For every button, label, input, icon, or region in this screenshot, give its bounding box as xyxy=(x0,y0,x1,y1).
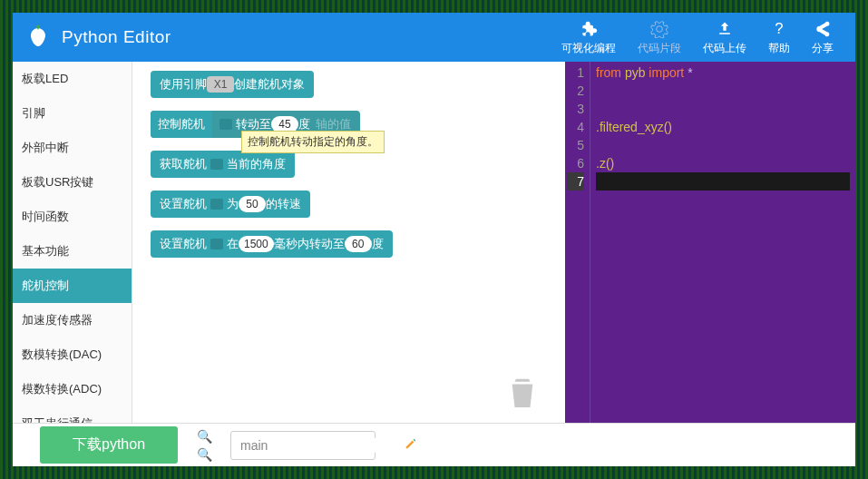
svg-text:?: ? xyxy=(775,20,783,37)
line-gutter: 1 2 3 4 5 6 7 xyxy=(565,62,590,423)
sidebar-item-pin[interactable]: 引脚 xyxy=(13,96,132,131)
nav-help[interactable]: ? 帮助 xyxy=(757,15,801,60)
servo-slot[interactable] xyxy=(210,239,223,249)
zoom-out-icon[interactable]: 🔍 xyxy=(196,446,212,463)
nav-share[interactable]: 分享 xyxy=(801,15,844,60)
ms-input[interactable]: 1500 xyxy=(239,236,274,252)
download-button[interactable]: 下载python xyxy=(40,426,178,464)
sidebar-item-led[interactable]: 板载LED xyxy=(13,62,132,96)
nav-upload[interactable]: 代码上传 xyxy=(692,15,757,60)
block-workspace[interactable]: 使用引脚 X1 创建舵机对象 控制舵机 转动至 45 度 轴的值 控制舵机转动指… xyxy=(132,62,565,423)
footer-bar: 下载python 🔍 🔍 xyxy=(13,423,855,466)
app-header: Python Editor 可视化编程 代码片段 代码上传 ? 帮助 分享 xyxy=(13,13,855,62)
nav-visual-programming[interactable]: 可视化编程 xyxy=(551,15,627,60)
app-title: Python Editor xyxy=(62,27,171,47)
servo-slot[interactable] xyxy=(219,119,232,130)
block-tooltip: 控制舵机转动指定的角度。 xyxy=(241,131,385,153)
pencil-icon[interactable] xyxy=(405,437,417,454)
category-sidebar: 板载LED 引脚 外部中断 板载USR按键 时间函数 基本功能 舵机控制 加速度… xyxy=(13,62,132,423)
filename-field[interactable] xyxy=(230,431,375,460)
block-set-servo-speed[interactable]: 设置舵机 为 50 的转速 xyxy=(151,191,310,218)
block-set-servo-timed[interactable]: 设置舵机 在 1500 毫秒内转动至 60 度 xyxy=(151,230,393,258)
sidebar-item-time[interactable]: 时间函数 xyxy=(13,200,132,234)
turnip-logo-icon xyxy=(24,24,53,50)
sidebar-item-accel[interactable]: 加速度传感器 xyxy=(13,303,132,337)
block-get-servo-angle[interactable]: 获取舵机 当前的角度 xyxy=(151,151,295,178)
target-angle-input[interactable]: 60 xyxy=(345,236,372,252)
zoom-in-icon[interactable]: 🔍 xyxy=(196,428,212,445)
upload-icon xyxy=(715,19,735,39)
sidebar-item-interrupt[interactable]: 外部中断 xyxy=(13,131,132,165)
sidebar-item-servo[interactable]: 舵机控制 xyxy=(13,269,132,303)
sidebar-item-uart[interactable]: 双工串行通信(UART) xyxy=(13,406,132,423)
sidebar-item-basic[interactable]: 基本功能 xyxy=(13,234,132,269)
sidebar-item-adc[interactable]: 模数转换(ADC) xyxy=(13,372,132,406)
sidebar-item-dac[interactable]: 数模转换(DAC) xyxy=(13,337,132,372)
gear-icon xyxy=(649,19,669,39)
servo-slot[interactable] xyxy=(210,159,223,170)
pin-dropdown[interactable]: X1 xyxy=(207,76,234,93)
sidebar-item-usr-key[interactable]: 板载USR按键 xyxy=(13,165,132,200)
nav-code-snippet[interactable]: 代码片段 xyxy=(627,15,692,60)
top-nav: 可视化编程 代码片段 代码上传 ? 帮助 分享 xyxy=(551,15,844,60)
code-text[interactable]: from pyb import * .filtered_xyz() .z() xyxy=(590,62,855,423)
filename-input[interactable] xyxy=(240,438,399,453)
block-create-servo[interactable]: 使用引脚 X1 创建舵机对象 xyxy=(151,71,314,98)
speed-input[interactable]: 50 xyxy=(239,196,266,212)
question-icon: ? xyxy=(769,19,789,39)
puzzle-icon xyxy=(579,19,599,39)
code-editor[interactable]: 1 2 3 4 5 6 7 from pyb import * .filtere… xyxy=(565,62,855,423)
trash-icon[interactable] xyxy=(507,374,538,414)
share-icon xyxy=(813,19,833,39)
servo-slot[interactable] xyxy=(210,199,223,210)
